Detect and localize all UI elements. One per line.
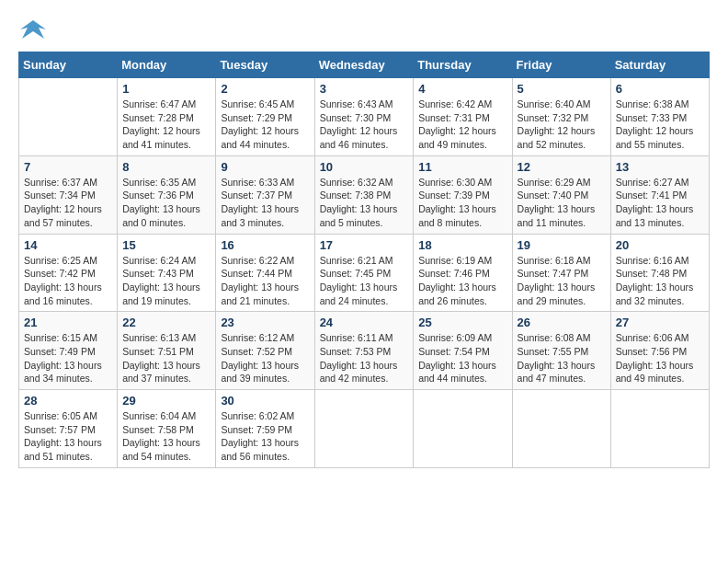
day-number: 29 <box>122 394 210 408</box>
day-number: 18 <box>418 238 506 252</box>
calendar-cell: 21Sunrise: 6:15 AMSunset: 7:49 PMDayligh… <box>19 312 118 390</box>
day-number: 24 <box>320 316 409 329</box>
day-number: 9 <box>221 160 309 174</box>
day-number: 2 <box>221 82 309 96</box>
calendar-cell: 19Sunrise: 6:18 AMSunset: 7:47 PMDayligh… <box>512 234 610 312</box>
day-info: Sunrise: 6:32 AMSunset: 7:38 PMDaylight:… <box>320 176 409 230</box>
day-info: Sunrise: 6:30 AMSunset: 7:39 PMDaylight:… <box>418 176 506 230</box>
column-header-friday: Friday <box>512 52 610 78</box>
calendar-week-row: 21Sunrise: 6:15 AMSunset: 7:49 PMDayligh… <box>19 312 710 390</box>
calendar-cell: 30Sunrise: 6:02 AMSunset: 7:59 PMDayligh… <box>216 390 314 468</box>
logo <box>18 18 55 42</box>
calendar-cell: 17Sunrise: 6:21 AMSunset: 7:45 PMDayligh… <box>314 234 414 312</box>
calendar-header-row: SundayMondayTuesdayWednesdayThursdayFrid… <box>19 52 710 78</box>
column-header-thursday: Thursday <box>414 52 512 78</box>
day-info: Sunrise: 6:24 AMSunset: 7:43 PMDaylight:… <box>122 254 210 308</box>
calendar-cell: 10Sunrise: 6:32 AMSunset: 7:38 PMDayligh… <box>314 155 414 234</box>
calendar-cell: 25Sunrise: 6:09 AMSunset: 7:54 PMDayligh… <box>414 312 512 390</box>
calendar-cell <box>512 390 610 468</box>
day-info: Sunrise: 6:16 AMSunset: 7:48 PMDaylight:… <box>616 254 704 308</box>
calendar-cell <box>414 390 512 468</box>
calendar-cell: 6Sunrise: 6:38 AMSunset: 7:33 PMDaylight… <box>610 78 709 156</box>
calendar-cell: 22Sunrise: 6:13 AMSunset: 7:51 PMDayligh… <box>118 312 216 390</box>
day-number: 26 <box>518 316 606 329</box>
day-info: Sunrise: 6:06 AMSunset: 7:56 PMDaylight:… <box>616 331 704 385</box>
day-number: 1 <box>122 82 210 96</box>
day-info: Sunrise: 6:15 AMSunset: 7:49 PMDaylight:… <box>24 331 112 385</box>
day-info: Sunrise: 6:38 AMSunset: 7:33 PMDaylight:… <box>616 98 704 152</box>
calendar-cell: 15Sunrise: 6:24 AMSunset: 7:43 PMDayligh… <box>118 234 216 312</box>
day-number: 8 <box>122 160 210 174</box>
day-number: 3 <box>320 82 409 96</box>
day-info: Sunrise: 6:29 AMSunset: 7:40 PMDaylight:… <box>518 176 606 230</box>
column-header-sunday: Sunday <box>19 52 118 78</box>
calendar-cell: 12Sunrise: 6:29 AMSunset: 7:40 PMDayligh… <box>512 155 610 234</box>
day-info: Sunrise: 6:02 AMSunset: 7:59 PMDaylight:… <box>221 409 309 464</box>
calendar-cell: 11Sunrise: 6:30 AMSunset: 7:39 PMDayligh… <box>414 155 512 234</box>
calendar-cell: 28Sunrise: 6:05 AMSunset: 7:57 PMDayligh… <box>19 390 118 468</box>
calendar-cell: 4Sunrise: 6:42 AMSunset: 7:31 PMDaylight… <box>414 78 512 156</box>
day-info: Sunrise: 6:21 AMSunset: 7:45 PMDaylight:… <box>320 254 409 308</box>
day-number: 27 <box>616 316 704 329</box>
day-number: 16 <box>221 238 309 252</box>
day-info: Sunrise: 6:45 AMSunset: 7:29 PMDaylight:… <box>221 98 309 152</box>
day-info: Sunrise: 6:18 AMSunset: 7:47 PMDaylight:… <box>518 254 606 308</box>
day-info: Sunrise: 6:19 AMSunset: 7:46 PMDaylight:… <box>418 254 506 308</box>
day-info: Sunrise: 6:42 AMSunset: 7:31 PMDaylight:… <box>418 98 506 152</box>
calendar-cell: 26Sunrise: 6:08 AMSunset: 7:55 PMDayligh… <box>512 312 610 390</box>
day-info: Sunrise: 6:09 AMSunset: 7:54 PMDaylight:… <box>418 331 506 385</box>
calendar-cell: 8Sunrise: 6:35 AMSunset: 7:36 PMDaylight… <box>118 155 216 234</box>
day-number: 7 <box>24 160 112 174</box>
day-info: Sunrise: 6:05 AMSunset: 7:57 PMDaylight:… <box>24 409 112 464</box>
day-number: 11 <box>418 160 506 174</box>
day-info: Sunrise: 6:43 AMSunset: 7:30 PMDaylight:… <box>320 98 409 152</box>
day-number: 30 <box>221 394 309 408</box>
calendar-cell: 27Sunrise: 6:06 AMSunset: 7:56 PMDayligh… <box>610 312 709 390</box>
day-number: 15 <box>122 238 210 252</box>
calendar-cell: 1Sunrise: 6:47 AMSunset: 7:28 PMDaylight… <box>118 78 216 156</box>
day-info: Sunrise: 6:08 AMSunset: 7:55 PMDaylight:… <box>518 331 606 385</box>
day-number: 19 <box>518 238 606 252</box>
column-header-saturday: Saturday <box>610 52 709 78</box>
day-info: Sunrise: 6:27 AMSunset: 7:41 PMDaylight:… <box>616 176 704 230</box>
svg-marker-0 <box>20 20 46 39</box>
day-info: Sunrise: 6:12 AMSunset: 7:52 PMDaylight:… <box>221 331 309 385</box>
day-info: Sunrise: 6:47 AMSunset: 7:28 PMDaylight:… <box>122 98 210 152</box>
day-number: 23 <box>221 316 309 329</box>
day-number: 21 <box>24 316 112 329</box>
day-info: Sunrise: 6:13 AMSunset: 7:51 PMDaylight:… <box>122 331 210 385</box>
calendar-cell <box>314 390 414 468</box>
calendar-cell <box>19 78 118 156</box>
calendar-week-row: 7Sunrise: 6:37 AMSunset: 7:34 PMDaylight… <box>19 155 710 234</box>
calendar-cell: 3Sunrise: 6:43 AMSunset: 7:30 PMDaylight… <box>314 78 414 156</box>
calendar-cell: 24Sunrise: 6:11 AMSunset: 7:53 PMDayligh… <box>314 312 414 390</box>
day-info: Sunrise: 6:37 AMSunset: 7:34 PMDaylight:… <box>24 176 112 230</box>
day-number: 25 <box>418 316 506 329</box>
calendar-week-row: 28Sunrise: 6:05 AMSunset: 7:57 PMDayligh… <box>19 390 710 468</box>
day-info: Sunrise: 6:25 AMSunset: 7:42 PMDaylight:… <box>24 254 112 308</box>
calendar-cell: 29Sunrise: 6:04 AMSunset: 7:58 PMDayligh… <box>118 390 216 468</box>
calendar-cell: 13Sunrise: 6:27 AMSunset: 7:41 PMDayligh… <box>610 155 709 234</box>
day-info: Sunrise: 6:04 AMSunset: 7:58 PMDaylight:… <box>122 409 210 464</box>
day-info: Sunrise: 6:35 AMSunset: 7:36 PMDaylight:… <box>122 176 210 230</box>
calendar-cell: 2Sunrise: 6:45 AMSunset: 7:29 PMDaylight… <box>216 78 314 156</box>
calendar-cell: 14Sunrise: 6:25 AMSunset: 7:42 PMDayligh… <box>19 234 118 312</box>
calendar-cell: 5Sunrise: 6:40 AMSunset: 7:32 PMDaylight… <box>512 78 610 156</box>
calendar-cell: 20Sunrise: 6:16 AMSunset: 7:48 PMDayligh… <box>610 234 709 312</box>
day-info: Sunrise: 6:11 AMSunset: 7:53 PMDaylight:… <box>320 331 409 385</box>
calendar-week-row: 1Sunrise: 6:47 AMSunset: 7:28 PMDaylight… <box>19 78 710 156</box>
day-number: 4 <box>418 82 506 96</box>
day-number: 20 <box>616 238 704 252</box>
day-number: 17 <box>320 238 409 252</box>
day-number: 10 <box>320 160 409 174</box>
column-header-wednesday: Wednesday <box>314 52 414 78</box>
logo-bird-icon <box>18 18 48 42</box>
day-number: 12 <box>518 160 606 174</box>
day-info: Sunrise: 6:40 AMSunset: 7:32 PMDaylight:… <box>518 98 606 152</box>
column-header-tuesday: Tuesday <box>216 52 314 78</box>
calendar-cell <box>610 390 709 468</box>
day-info: Sunrise: 6:33 AMSunset: 7:37 PMDaylight:… <box>221 176 309 230</box>
day-number: 6 <box>616 82 704 96</box>
calendar-cell: 9Sunrise: 6:33 AMSunset: 7:37 PMDaylight… <box>216 155 314 234</box>
calendar-table: SundayMondayTuesdayWednesdayThursdayFrid… <box>18 52 710 468</box>
